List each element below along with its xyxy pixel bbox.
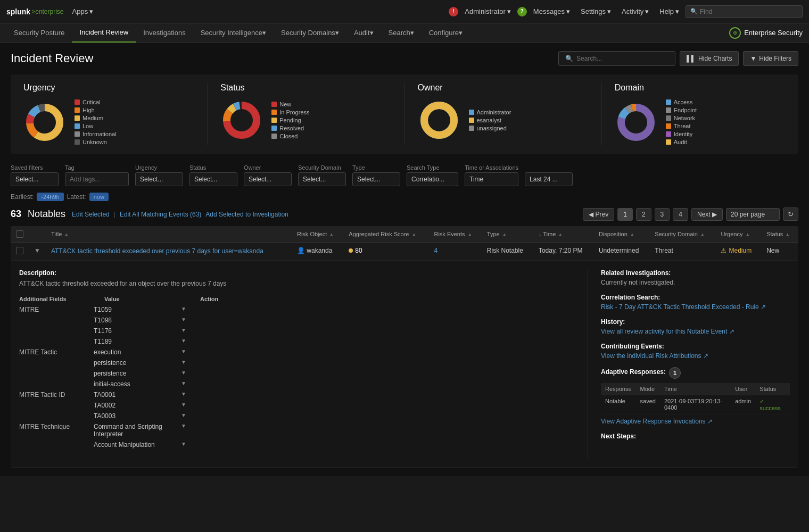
dropdown-icon[interactable]: ▼ xyxy=(181,402,186,408)
search-type-filter-select[interactable]: Correlatio... xyxy=(407,172,458,186)
earliest-badge[interactable]: -24h9h xyxy=(37,193,63,201)
dropdown-icon[interactable]: ▼ xyxy=(181,338,186,344)
time-assoc-filter-select[interactable]: Time xyxy=(465,172,518,186)
row-risk-events[interactable]: 4 xyxy=(434,247,437,254)
correlation-search-link[interactable]: Risk - 7 Day ATT&CK Tactic Threshold Exc… xyxy=(601,303,766,311)
filters-row: Saved filters Select... Tag Urgency Sele… xyxy=(11,164,798,186)
nav-audit[interactable]: Audit ▾ xyxy=(346,23,381,43)
incident-search-input[interactable] xyxy=(576,55,668,62)
nav-security-posture[interactable]: Security Posture xyxy=(6,23,72,43)
dropdown-icon[interactable]: ▼ xyxy=(181,370,186,376)
next-page-button[interactable]: Next ▶ xyxy=(691,208,723,221)
select-all-checkbox[interactable] xyxy=(16,230,23,238)
dropdown-icon[interactable]: ▼ xyxy=(181,306,186,312)
nav-settings[interactable]: Settings ▾ xyxy=(576,5,615,18)
hide-filters-button[interactable]: ▼ Hide Filters xyxy=(743,51,798,66)
latest-badge[interactable]: now xyxy=(89,193,109,201)
view-adaptive-response-link[interactable]: View Adaptive Response Invocations ↗ xyxy=(601,418,713,425)
status-col-header[interactable]: Status ▴ xyxy=(761,226,798,243)
nav-help[interactable]: Help ▾ xyxy=(655,5,683,18)
row-title[interactable]: ATT&CK tactic threshold exceeded over pr… xyxy=(51,247,263,255)
global-search[interactable]: 🔍 xyxy=(686,5,803,18)
domain-donut xyxy=(615,101,657,144)
time-col-header[interactable]: ↓ Time ▴ xyxy=(533,226,593,243)
dropdown-icon[interactable]: ▼ xyxy=(181,348,186,354)
legend-item: Access xyxy=(666,99,697,105)
mitre-tactic-id-row-2: TA0002 ▼ xyxy=(19,400,575,411)
dropdown-icon[interactable]: ▼ xyxy=(181,412,186,418)
security-domain-col-header[interactable]: Security Domain ▴ xyxy=(649,226,715,243)
owner-chart-inner: Administrator esanalyst unassigned xyxy=(418,99,511,142)
time-assoc-filter-label: Time or Associations xyxy=(465,164,518,171)
nav-administrator[interactable]: Administrator ▾ xyxy=(460,5,515,18)
incident-search[interactable]: 🔍 xyxy=(558,51,675,66)
tag-filter-group: Tag xyxy=(65,164,129,186)
title-col-header[interactable]: Title ▴ xyxy=(46,226,292,243)
type-filter-select[interactable]: Select... xyxy=(352,172,400,186)
add-to-investigation-button[interactable]: Add Selected to Investigation xyxy=(205,211,288,218)
edit-all-button[interactable]: Edit All Matching Events (63) xyxy=(120,211,201,218)
expanded-cell: Description: ATT&CK tactic threshold exc… xyxy=(11,260,798,467)
agg-risk-score-col-header[interactable]: Aggregated Risk Score ▴ xyxy=(343,226,428,243)
page-2-button[interactable]: 2 xyxy=(636,208,651,221)
status-filter-select[interactable]: Select... xyxy=(189,172,237,186)
global-search-input[interactable] xyxy=(700,8,742,15)
row-checkbox[interactable] xyxy=(16,247,23,254)
nav-activity[interactable]: Activity ▾ xyxy=(617,5,653,18)
security-domain-filter-group: Security Domain Select... xyxy=(298,164,346,186)
risk-object-col-header[interactable]: Risk Object ▴ xyxy=(292,226,343,243)
dropdown-icon[interactable]: ▼ xyxy=(181,359,186,365)
tag-filter-input[interactable] xyxy=(65,172,129,186)
hide-charts-button[interactable]: ▌▌ Hide Charts xyxy=(680,51,739,66)
owner-filter-select[interactable]: Select... xyxy=(244,172,292,186)
sort-icon: ▴ xyxy=(631,231,634,237)
mitre-tactic-row-4: initial-access ▼ xyxy=(19,379,575,389)
contributing-events-link[interactable]: View the individual Risk Attributions ↗ xyxy=(601,352,708,360)
per-page-select[interactable]: 20 per page 50 per page 100 per page xyxy=(726,208,780,221)
chevron-down-icon: ▾ xyxy=(89,7,93,15)
nav-apps[interactable]: Apps ▾ xyxy=(68,5,98,18)
urgency-filter-select[interactable]: Select... xyxy=(135,172,183,186)
nav-search[interactable]: Search ▾ xyxy=(381,23,422,43)
nav-investigations[interactable]: Investigations xyxy=(136,23,193,43)
expand-arrow-icon[interactable]: ▼ xyxy=(34,247,40,254)
page-4-button[interactable]: 4 xyxy=(673,208,688,221)
security-domain-filter-select[interactable]: Select... xyxy=(298,172,346,186)
risk-events-col-header[interactable]: Risk Events ▴ xyxy=(428,226,481,243)
nav-configure[interactable]: Configure ▾ xyxy=(422,23,470,43)
saved-filters-select[interactable]: Select... xyxy=(11,172,59,186)
dropdown-icon[interactable]: ▼ xyxy=(181,423,186,429)
fields-col-headers: Additional Fields Value Action xyxy=(19,296,575,302)
refresh-button[interactable]: ↻ xyxy=(783,207,798,221)
dropdown-icon[interactable]: ▼ xyxy=(181,317,186,322)
splunk-logo[interactable]: splunk >enterprise xyxy=(6,7,64,16)
type-col-header[interactable]: Type ▴ xyxy=(482,226,533,243)
dropdown-icon[interactable]: ▼ xyxy=(181,391,186,397)
legend-item: High xyxy=(75,107,117,113)
nav-incident-review[interactable]: Incident Review xyxy=(72,23,136,43)
domain-chart-inner: Access Endpoint Network Threat Identity … xyxy=(615,99,697,145)
edit-selected-button[interactable]: Edit Selected xyxy=(72,211,110,218)
urgency-col-header[interactable]: Urgency ▴ xyxy=(715,226,761,243)
sec-nav-left: Security Posture Incident Review Investi… xyxy=(6,23,470,43)
owner-donut xyxy=(418,99,460,142)
page-1-button[interactable]: 1 xyxy=(617,208,633,221)
nav-messages[interactable]: Messages ▾ xyxy=(529,5,574,18)
dropdown-icon[interactable]: ▼ xyxy=(181,327,186,333)
nav-security-intelligence[interactable]: Security Intelligence ▾ xyxy=(193,23,274,43)
history-link[interactable]: View all review activity for this Notabl… xyxy=(601,328,734,335)
disposition-col-header[interactable]: Disposition ▴ xyxy=(593,226,649,243)
mitre-tactic-row-3: persistence ▼ xyxy=(19,368,575,379)
nav-security-domains[interactable]: Security Domains ▾ xyxy=(274,23,346,43)
sort-icon: ▴ xyxy=(746,231,749,237)
row-title-cell: ATT&CK tactic threshold exceeded over pr… xyxy=(46,243,292,261)
time-range-filter-group: Last 24 ... xyxy=(525,164,573,186)
adaptive-responses-toggle[interactable]: 1 xyxy=(669,367,681,379)
mitre-tactic-persistence2: persistence xyxy=(94,370,179,377)
prev-page-button[interactable]: ◀ Prev xyxy=(583,208,614,221)
dropdown-icon[interactable]: ▼ xyxy=(181,441,186,447)
time-range-filter-select[interactable]: Last 24 ... xyxy=(525,172,573,186)
type-filter-label: Type xyxy=(352,164,400,171)
page-3-button[interactable]: 3 xyxy=(655,208,670,221)
dropdown-icon[interactable]: ▼ xyxy=(181,380,186,386)
